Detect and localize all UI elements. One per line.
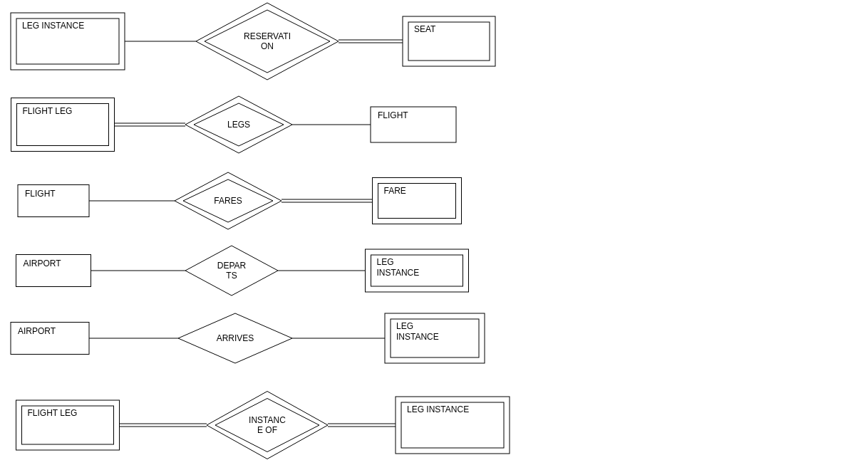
entity-right-4-label: LEG	[396, 321, 413, 331]
relationship-2-label: FARES	[214, 196, 242, 206]
entity-right-4: LEGINSTANCE	[385, 313, 485, 363]
entity-left-5: FLIGHT LEG	[16, 400, 120, 450]
entity-left-0-label: LEG INSTANCE	[22, 21, 84, 31]
entity-right-5: LEG INSTANCE	[396, 397, 510, 454]
relationship-3-label: DEPAR	[217, 261, 247, 271]
relationship-1-label: LEGS	[227, 120, 250, 130]
link-left-1	[115, 123, 186, 126]
relationship-4-label: ARRIVES	[217, 333, 254, 343]
relationship-0-label-1: ON	[261, 41, 274, 51]
relationship-5-label: INSTANC	[249, 415, 286, 425]
entity-left-2-label: FLIGHT	[25, 189, 56, 199]
entity-right-0-label: SEAT	[414, 24, 436, 34]
link-right-5	[328, 424, 396, 427]
relationship-4: ARRIVES	[178, 313, 292, 363]
link-left-5	[120, 424, 207, 427]
entity-right-5-label: LEG INSTANCE	[407, 404, 469, 414]
svg-rect-20	[373, 178, 462, 224]
relationship-0-label: RESERVATI	[244, 31, 291, 41]
entity-right-3: LEGINSTANCE	[366, 249, 469, 292]
relationship-3-label-1: TS	[226, 271, 237, 281]
entity-left-0: LEG INSTANCE	[11, 13, 125, 70]
link-right-2	[281, 199, 373, 202]
entity-right-2: FARE	[373, 178, 462, 224]
entity-left-3-label: AIRPORT	[24, 258, 62, 268]
entity-left-1: FLIGHT LEG	[11, 98, 115, 152]
link-right-0	[339, 40, 403, 43]
relationship-3: DEPARTS	[185, 246, 278, 296]
entity-left-2: FLIGHT	[18, 185, 89, 217]
relationship-5: INSTANCE OF	[207, 392, 328, 459]
relationship-1: LEGS	[185, 96, 292, 153]
entity-left-1-label: FLIGHT LEG	[23, 106, 73, 116]
entity-right-1-label: FLIGHT	[378, 110, 408, 120]
relationship-0: RESERVATION	[196, 3, 339, 80]
entity-right-1: FLIGHT	[371, 107, 456, 142]
entity-right-3-label-1: INSTANCE	[377, 268, 420, 278]
entity-left-5-label: FLIGHT LEG	[28, 408, 78, 418]
relationship-5-label-1: E OF	[257, 425, 277, 435]
entity-right-3-label: LEG	[377, 257, 394, 267]
relationship-2: FARES	[175, 172, 281, 229]
entity-left-4-label: AIRPORT	[18, 326, 56, 336]
entity-right-2-label: FARE	[384, 186, 406, 196]
entity-right-0: SEAT	[403, 16, 495, 66]
entity-left-4: AIRPORT	[11, 323, 89, 355]
entity-right-4-label-1: INSTANCE	[396, 332, 439, 342]
entity-left-3: AIRPORT	[16, 255, 91, 287]
